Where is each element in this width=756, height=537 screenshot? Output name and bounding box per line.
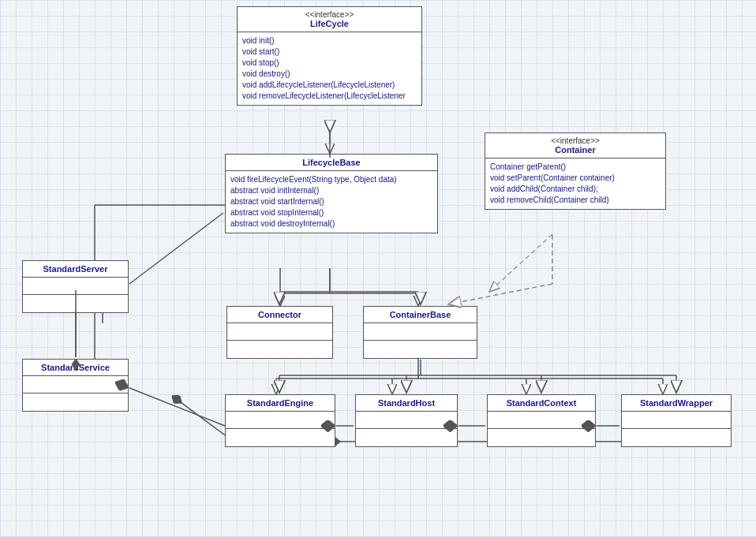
connector-class: Connector [226,306,333,359]
svg-line-38 [129,213,223,284]
lifecycle-name: LifeCycle [242,19,417,28]
containerbase-name: ContainerBase [369,310,472,319]
container-name: Container [490,145,661,155]
standardservice-name: StandardService [28,363,123,372]
lifecycle-methods: void init() void start() void stop() voi… [238,32,421,105]
standardhost-name: StandardHost [361,398,452,408]
standardwrapper-name: StandardWrapper [627,398,726,408]
standardhost-class: StandardHost [355,394,458,447]
standardcontext-name: StandardContext [492,398,590,408]
standardservice-class: StandardService [22,359,129,412]
standardwrapper-class: StandardWrapper [621,394,732,447]
standardserver-class: StandardServer [22,260,129,313]
lifecycle-class: <<interface>> LifeCycle void init() void… [237,6,422,106]
lifecyclebase-class: LifecycleBase void fireLifecycleEvent(St… [225,154,438,233]
container-stereotype: <<interface>> [490,136,661,145]
standardserver-name: StandardServer [28,264,123,274]
standardengine-name: StandardEngine [230,398,330,408]
svg-line-39 [129,388,225,426]
connector-name: Connector [232,310,327,319]
lifecyclebase-methods: void fireLifecycleEvent(String type, Obj… [226,171,437,233]
svg-line-8 [489,234,552,292]
standardengine-class: StandardEngine [225,394,335,447]
lifecyclebase-name: LifecycleBase [230,158,432,167]
standardcontext-class: StandardContext [487,394,596,447]
lifecycle-stereotype: <<interface>> [242,10,417,19]
svg-line-30 [448,284,552,304]
container-methods: Container getParent() void setParent(Con… [485,158,665,209]
container-class: <<interface>> Container Container getPar… [485,132,666,210]
containerbase-class: ContainerBase [363,306,477,359]
